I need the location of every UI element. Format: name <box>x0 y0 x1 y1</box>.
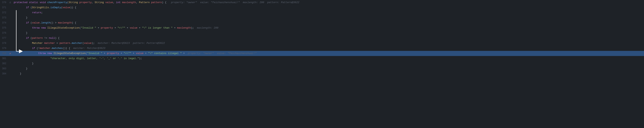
token-plain: ) { <box>55 36 60 40</box>
token-plain: + <box>144 52 148 55</box>
gutter-empty <box>10 63 11 65</box>
token-plain <box>46 26 47 29</box>
code-content-373: } <box>12 15 644 20</box>
code-content-377: if (pattern != null) { <box>12 36 644 41</box>
line-number-378: 378 <box>0 41 8 46</box>
token-kw: return <box>32 11 41 14</box>
token-method: matches <box>52 47 63 50</box>
token-kw: new <box>41 26 46 29</box>
token-hint: matcher: Matcher@3623 pattern: Pattern@3… <box>98 42 165 44</box>
token-param: maxlength <box>58 21 72 24</box>
line-number-383: 383 <box>0 66 8 71</box>
token-plain: ); <box>139 57 142 60</box>
token-plain: ); <box>92 42 98 44</box>
token-plain <box>14 47 32 50</box>
token-param: value <box>130 26 138 29</box>
gutter-empty <box>10 27 11 29</box>
gutter-372 <box>8 10 12 15</box>
token-plain: , <box>92 1 95 4</box>
code-content-375: throw new IllegalStateException("Invalid… <box>12 26 644 30</box>
token-kw: if <box>26 21 29 24</box>
token-param: property <box>101 26 113 29</box>
gutter-empty <box>10 7 11 9</box>
token-plain: + <box>125 26 130 29</box>
token-kw: int <box>116 1 120 4</box>
code-line-376: 376 } <box>0 30 644 36</box>
token-plain <box>28 1 29 4</box>
gutter-empty <box>10 22 11 24</box>
gutter-empty <box>10 73 11 75</box>
token-plain: )) { <box>70 6 76 9</box>
line-number-381: 381 <box>0 56 8 61</box>
token-kw: protected <box>14 1 28 4</box>
code-line-373: 373 } <box>0 15 644 20</box>
token-type: StringUtils <box>32 6 49 9</box>
token-str: "=\"" <box>118 26 125 29</box>
line-number-375: 375 <box>0 26 8 30</box>
token-plain: (! <box>35 47 40 50</box>
token-plain: , <box>136 1 139 4</box>
token-plain <box>14 26 32 29</box>
token-plain <box>46 52 47 55</box>
token-plain <box>120 1 122 4</box>
code-content-381: "character, only digit, letter, '-', '_'… <box>12 56 644 61</box>
code-line-374: 374 if (value.length() > maxlength) { <box>0 20 644 26</box>
gutter-373 <box>8 15 12 20</box>
token-plain <box>14 11 32 14</box>
token-plain <box>78 1 80 4</box>
code-line-384: 384 } <box>0 71 644 76</box>
token-plain: + <box>96 26 100 29</box>
token-str: "=\"" <box>124 52 131 55</box>
token-method: isEmpty <box>50 6 61 9</box>
code-line-382: 382 } <box>0 61 644 66</box>
token-plain <box>14 6 26 9</box>
code-content-374: if (value.length() > maxlength) { <box>12 20 644 26</box>
gutter-378 <box>8 41 12 46</box>
token-str: "\" contains illegal " <box>148 52 182 55</box>
gutter-empty <box>10 58 11 60</box>
gutter-381 <box>8 56 12 61</box>
token-param: value <box>105 1 113 4</box>
token-param: value <box>136 52 144 55</box>
token-str: "\" is longer than " <box>142 26 172 29</box>
line-number-370: 370 <box>0 0 8 5</box>
code-content-382: } <box>12 61 644 66</box>
code-line-377: 377 if (pattern != null) { <box>0 36 644 41</box>
token-plain: ( <box>29 6 32 9</box>
line-number-374: 374 <box>0 20 8 26</box>
token-param: property <box>80 1 92 4</box>
gutter-empty <box>10 47 11 50</box>
gutter-382 <box>8 61 12 66</box>
token-plain: + <box>113 26 118 29</box>
token-type: String <box>69 1 78 4</box>
token-plain <box>46 1 47 4</box>
token-type: String <box>95 1 104 4</box>
token-plain: ( <box>29 21 32 24</box>
code-content-379: if (!matcher.matches()) { matcher: Match… <box>12 46 644 51</box>
token-plain <box>14 57 50 60</box>
line-number-373: 373 <box>0 15 8 20</box>
token-hint: property: "owner" value: "feichaozhenshu… <box>171 1 299 4</box>
token-plain: () > <box>50 21 58 24</box>
gutter-371 <box>8 5 12 10</box>
line-number-379: 379 <box>0 46 8 51</box>
token-plain: . <box>50 47 52 50</box>
code-content-383: } <box>12 66 644 71</box>
code-line-383: 383 } <box>0 66 644 71</box>
token-plain: ( <box>86 52 87 55</box>
token-param: value <box>84 42 92 44</box>
line-number-377: 377 <box>0 36 8 41</box>
lines-container: 370@protected static void checkProperty(… <box>0 0 644 76</box>
token-kw: new <box>47 52 52 55</box>
breakpoint-icon[interactable]: ⚡ <box>10 52 11 55</box>
gutter-fold-icon: @ <box>10 2 11 4</box>
gutter-375 <box>8 26 12 30</box>
token-plain <box>14 42 32 44</box>
token-type: IllegalStateException <box>47 26 80 29</box>
gutter-370: @ <box>8 0 12 5</box>
gutter-empty <box>10 68 11 70</box>
line-number-382: 382 <box>0 61 8 66</box>
token-plain <box>14 52 38 55</box>
gutter-380[interactable]: ⚡ <box>8 51 12 56</box>
token-param: pattern <box>32 36 43 40</box>
